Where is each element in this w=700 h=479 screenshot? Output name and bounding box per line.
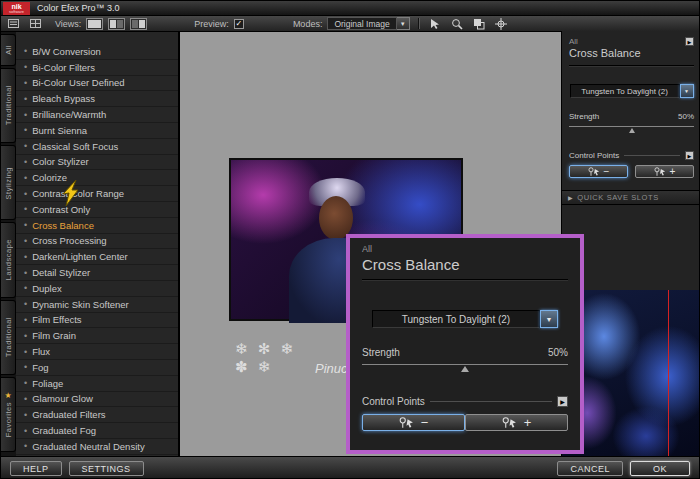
popup-preset-dropdown[interactable]: Tungsten To Daylight (2) ▼: [372, 310, 558, 328]
bullet-icon: •: [24, 268, 27, 278]
cancel-button[interactable]: CANCEL: [557, 461, 623, 476]
category-tab-stylizing-2[interactable]: Stylizing: [1, 145, 16, 220]
add-control-point-button[interactable]: +: [635, 165, 694, 178]
filter-list-item[interactable]: •Graduated Neutral Density: [16, 439, 178, 455]
category-label: Favorites: [4, 402, 13, 437]
filter-list-item[interactable]: •Colorize: [16, 170, 178, 186]
filter-list-item[interactable]: •Color Stylizer: [16, 155, 178, 171]
bullet-icon: •: [24, 347, 27, 357]
popup-strength-slider[interactable]: [362, 363, 568, 372]
minus-label: −: [604, 166, 610, 177]
views-label: Views:: [55, 19, 81, 29]
measure-tool-icon[interactable]: [493, 17, 510, 30]
background-color-icon[interactable]: [471, 17, 488, 30]
popup-preset-dropdown-arrow-icon[interactable]: ▼: [540, 310, 558, 328]
filter-list-item[interactable]: •Graduated Fog: [16, 423, 178, 439]
filter-list-item[interactable]: •Flux: [16, 344, 178, 360]
filter-list-item[interactable]: •Foliage: [16, 376, 178, 392]
category-tab-favorites-5[interactable]: ★Favorites: [1, 377, 16, 452]
strength-slider[interactable]: [569, 125, 694, 134]
list-view-icon[interactable]: [5, 17, 22, 30]
filter-list-item[interactable]: •Cross Processing: [16, 234, 178, 250]
category-label: Landscape: [4, 239, 13, 280]
popup-filter-name: Cross Balance: [362, 256, 568, 273]
category-tab-all-0[interactable]: All: [1, 34, 16, 66]
bullet-icon: •: [24, 204, 27, 214]
preset-dropdown[interactable]: Tungsten To Daylight (2) ▼: [570, 84, 694, 98]
watermark: ❄ ✻ ❄ ✽ ❄ Pinuccia: [235, 340, 364, 376]
bullet-icon: •: [24, 315, 27, 325]
filter-list-item[interactable]: •Glamour Glow: [16, 392, 178, 408]
title-bar: nik software Color Efex Pro™ 3.0: [1, 1, 699, 16]
filter-label: Foliage: [32, 378, 63, 389]
popup-remove-control-point-button[interactable]: −: [362, 414, 465, 431]
filter-list-item[interactable]: •Fog: [16, 360, 178, 376]
quick-save-slots-header[interactable]: ▶ QUICK SAVE SLOTS: [562, 190, 700, 205]
filter-list-item[interactable]: •Film Grain: [16, 328, 178, 344]
bullet-icon: •: [24, 426, 27, 436]
strength-value: 50%: [678, 112, 694, 121]
filter-list-item[interactable]: •Contrast Color Range: [16, 186, 178, 202]
preview-checkbox[interactable]: ✓: [234, 19, 244, 29]
select-tool-icon[interactable]: [427, 17, 444, 30]
filter-list-item[interactable]: •Contrast Only: [16, 202, 178, 218]
strength-marker[interactable]: [629, 128, 635, 133]
control-points-expander-icon[interactable]: ▶: [685, 151, 694, 160]
filter-list-item[interactable]: •Burnt Sienna: [16, 123, 178, 139]
panel-expander-icon[interactable]: ▶: [685, 37, 694, 46]
popup-strength-value: 50%: [548, 347, 568, 358]
filter-list-item[interactable]: •Dynamic Skin Softener: [16, 297, 178, 313]
preview-label: Preview:: [194, 19, 229, 29]
grid-view-icon[interactable]: [27, 17, 44, 30]
category-tab-traditional-4[interactable]: Traditional: [1, 300, 16, 375]
category-tab-landscape-3[interactable]: Landscape: [1, 222, 16, 297]
filter-label: Graduated Fog: [32, 425, 96, 436]
modes-label: Modes:: [293, 19, 323, 29]
preset-dropdown-arrow-icon[interactable]: ▼: [680, 84, 694, 98]
popup-control-points-expander-icon[interactable]: ▶: [557, 396, 568, 407]
filter-list-item[interactable]: •Bi-Color User Defined: [16, 76, 178, 92]
strength-marker[interactable]: [461, 366, 469, 372]
toolbar: Views: Preview: ✓ Modes: Original Image …: [1, 16, 699, 32]
mode-value: Original Image: [327, 17, 396, 30]
bullet-icon: •: [24, 110, 27, 120]
popup-add-control-point-button[interactable]: +: [465, 414, 568, 431]
bullet-icon: •: [24, 410, 27, 420]
filter-list-item[interactable]: •Detail Stylizer: [16, 265, 178, 281]
toolbar-separator: [418, 18, 419, 29]
split-view-button[interactable]: [108, 18, 125, 30]
bullet-icon: •: [24, 378, 27, 388]
remove-control-point-button[interactable]: −: [569, 165, 628, 178]
popup-plus-label: +: [524, 415, 532, 430]
mode-dropdown[interactable]: Original Image ▼: [327, 17, 409, 30]
popup-slider-track: [362, 364, 568, 365]
single-view-button[interactable]: [86, 18, 103, 30]
filter-list-item[interactable]: •Darken/Lighten Center: [16, 249, 178, 265]
filter-list-item[interactable]: •Graduated Filters: [16, 407, 178, 423]
filter-label: Burnt Sienna: [32, 125, 87, 136]
help-button[interactable]: HELP: [10, 461, 62, 476]
filter-label: Cross Balance: [32, 220, 94, 231]
filter-list-item[interactable]: •Cross Balance: [16, 218, 178, 234]
filter-list-item[interactable]: •Bleach Bypass: [16, 91, 178, 107]
filter-list-item[interactable]: •B/W Conversion: [16, 44, 178, 60]
filter-list-item[interactable]: •Brilliance/Warmth: [16, 107, 178, 123]
mode-dropdown-arrow-icon[interactable]: ▼: [397, 17, 410, 30]
ok-button[interactable]: OK: [630, 461, 690, 476]
filter-label: Fog: [32, 362, 48, 373]
side-by-side-view-button[interactable]: [130, 18, 147, 30]
split-indicator-line: [668, 290, 669, 456]
zoom-tool-icon[interactable]: [449, 17, 466, 30]
popup-preset-value: Tungsten To Daylight (2): [372, 310, 540, 328]
filter-list-item[interactable]: •Bi-Color Filters: [16, 60, 178, 76]
filter-list-item[interactable]: •Film Effects: [16, 313, 178, 329]
filter-list-item[interactable]: •Classical Soft Focus: [16, 139, 178, 155]
preset-value: Tungsten To Daylight (2): [570, 84, 680, 98]
filter-label: Color Stylizer: [32, 156, 89, 167]
category-tab-traditional-1[interactable]: Traditional: [1, 68, 16, 143]
filter-list-item[interactable]: •Duplex: [16, 281, 178, 297]
bullet-icon: •: [24, 62, 27, 72]
logo-subtext: software: [9, 10, 24, 14]
quick-save-expander-icon[interactable]: ▶: [568, 194, 573, 201]
settings-button[interactable]: SETTINGS: [69, 461, 144, 476]
